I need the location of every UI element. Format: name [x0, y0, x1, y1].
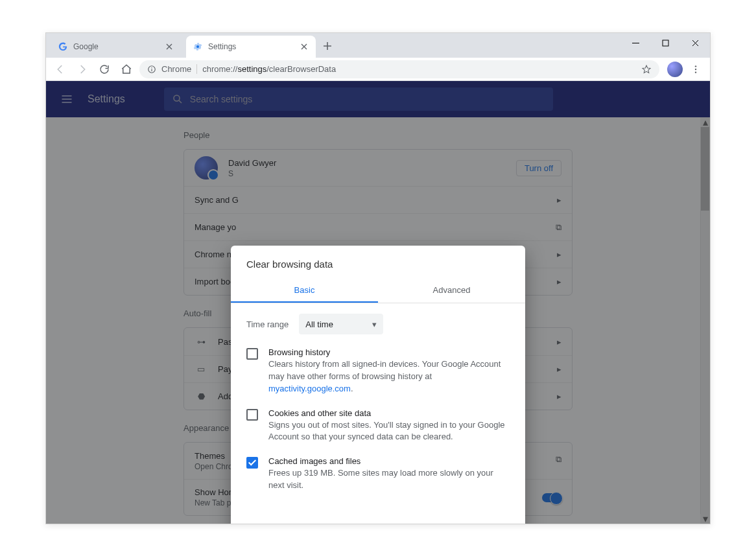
tab-advanced[interactable]: Advanced: [378, 279, 525, 303]
toolbar: Chrome chrome://settings/clearBrowserDat…: [46, 58, 710, 81]
svg-point-5: [695, 65, 696, 67]
site-info-icon[interactable]: [147, 65, 156, 74]
close-button[interactable]: [680, 33, 710, 52]
maximize-button[interactable]: [650, 33, 680, 52]
svg-rect-1: [663, 40, 668, 46]
dialog-tabs: Basic Advanced: [231, 279, 525, 303]
time-range-label: Time range: [246, 320, 289, 329]
option-cookies[interactable]: Cookies and other site data Signs you ou…: [246, 408, 510, 444]
myactivity-link[interactable]: myactivity.google.com: [268, 384, 351, 393]
close-icon[interactable]: [164, 41, 174, 52]
tab-title: Settings: [208, 42, 299, 51]
option-title: Cached images and files: [268, 456, 510, 466]
time-range-row: Time range All time ▾: [246, 314, 510, 334]
svg-point-6: [695, 68, 696, 69]
profile-avatar[interactable]: [667, 62, 683, 77]
option-browsing-history[interactable]: Browsing history Clears history from all…: [246, 347, 510, 395]
svg-rect-4: [151, 69, 152, 71]
time-range-dropdown[interactable]: All time ▾: [299, 314, 383, 334]
time-range-value: All time: [305, 320, 333, 329]
address-bar[interactable]: Chrome chrome://settings/clearBrowserDat…: [139, 60, 659, 78]
dialog-title: Clear browsing data: [246, 259, 510, 270]
url-scheme: Chrome: [161, 64, 197, 74]
option-desc: Signs you out of most sites. You'll stay…: [268, 419, 510, 444]
tab-basic[interactable]: Basic: [231, 279, 378, 303]
home-button[interactable]: [117, 60, 136, 78]
window-controls: [620, 33, 710, 52]
google-favicon: [58, 41, 68, 52]
checkbox-cache[interactable]: [246, 457, 258, 469]
new-tab-button[interactable]: [318, 37, 337, 55]
tab-title: Google: [73, 42, 164, 51]
settings-favicon: [193, 41, 203, 52]
option-cache[interactable]: Cached images and files Frees up 319 MB.…: [246, 456, 510, 492]
chevron-down-icon: ▾: [372, 320, 377, 329]
svg-point-3: [151, 67, 152, 67]
option-title: Cookies and other site data: [268, 408, 510, 418]
clear-browsing-data-dialog: Clear browsing data Basic Advanced Time …: [231, 246, 525, 524]
tab-google[interactable]: Google: [51, 36, 181, 58]
close-icon[interactable]: [299, 41, 309, 52]
back-button[interactable]: [51, 60, 69, 78]
menu-button[interactable]: [687, 64, 705, 75]
url-text: chrome://settings/clearBrowserData: [202, 64, 336, 74]
option-desc: Clears history from all signed-in device…: [268, 358, 510, 395]
option-title: Browsing history: [268, 347, 510, 357]
minimize-button[interactable]: [620, 33, 650, 52]
checkbox-cookies[interactable]: [246, 409, 258, 421]
reload-button[interactable]: [95, 60, 113, 78]
bookmark-icon[interactable]: [641, 64, 652, 75]
option-desc: Frees up 319 MB. Some sites may load mor…: [268, 467, 510, 492]
tab-settings[interactable]: Settings: [186, 36, 316, 58]
forward-button[interactable]: [73, 60, 91, 78]
svg-point-7: [695, 71, 696, 73]
content-area: Settings Search settings People David Gw…: [46, 81, 710, 524]
checkbox-browsing-history[interactable]: [246, 348, 258, 360]
browser-window: Google Settings: [45, 32, 711, 524]
tab-strip: Google Settings: [46, 33, 710, 58]
